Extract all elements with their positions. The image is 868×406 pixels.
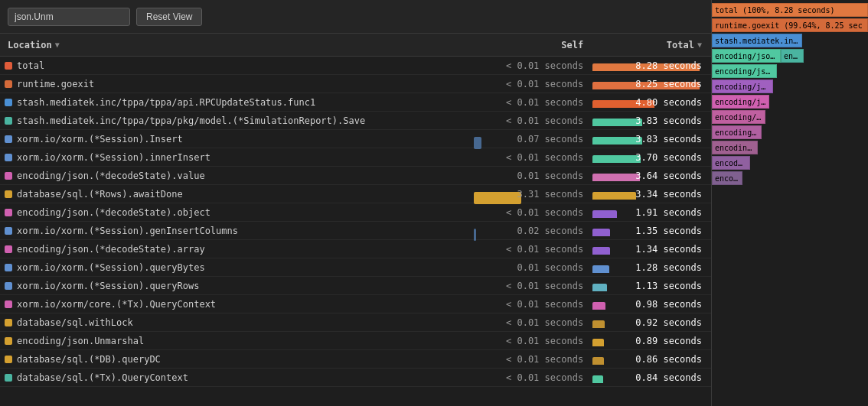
table-row[interactable]: xorm.io/xorm/core.(*Tx).QueryContext< 0.… [0, 295, 711, 313]
table-row[interactable]: database/sql.withLock< 0.01 seconds0.92 … [0, 313, 711, 332]
header-total[interactable]: Total ▼ [592, 40, 711, 50]
total-bar [592, 192, 636, 200]
left-panel: Reset View Location ▼ Self Total ▼ total… [0, 0, 712, 406]
table-row[interactable]: stash.mediatek.inc/tppa/tppa/pkg/model.(… [0, 112, 711, 130]
cell-self: < 0.01 seconds [474, 336, 592, 346]
cell-self: < 0.01 seconds [474, 299, 592, 310]
flame-block[interactable]: encoding/json.(*deco [712, 64, 777, 78]
table-row[interactable]: database/sql.(*DB).queryDC< 0.01 seconds… [0, 350, 711, 369]
cell-location: stash.mediatek.inc/tppa/tppa/pkg/model.(… [0, 115, 474, 126]
table-row[interactable]: runtime.goexit< 0.01 seconds8.25 seconds [0, 75, 711, 93]
table-row[interactable]: xorm.io/xorm.(*Session).Insert0.07 secon… [0, 130, 711, 148]
table-row[interactable]: xorm.io/xorm.(*Session).queryRows< 0.01 … [0, 277, 711, 295]
cell-self: 0.01 seconds [474, 262, 592, 273]
location-text: encoding/json.(*decodeState).array [17, 244, 205, 255]
flame-block[interactable]: stash.mediatek.inc/tppa/tppa/api.R [712, 34, 802, 47]
total-value: 0.84 seconds [635, 372, 702, 383]
table-row[interactable]: xorm.io/xorm.(*Session).queryBytes0.01 s… [0, 258, 711, 277]
location-text: database/sql.withLock [17, 317, 133, 328]
cell-self: < 0.01 seconds [474, 244, 592, 255]
table-header: Location ▼ Self Total ▼ [0, 34, 711, 57]
flame-block[interactable]: encoding/json.(*deco encodi xorm. [781, 49, 804, 63]
table-row[interactable]: stash.mediatek.inc/tppa/tppa/api.RPCUpda… [0, 93, 711, 112]
table-row[interactable]: encoding/json.(*decodeState).value0.01 s… [0, 167, 711, 185]
flame-block[interactable]: encoding/json.(*deco [712, 125, 762, 139]
self-value: < 0.01 seconds [506, 299, 583, 310]
row-color-dot [5, 154, 12, 161]
row-color-dot [5, 190, 12, 198]
cell-total: 3.70 seconds [592, 152, 711, 163]
total-value: 0.98 seconds [635, 299, 702, 310]
cell-location: encoding/json.(*decodeState).value [0, 171, 474, 181]
flame-block[interactable]: runtime.goexit (99.64%, 8.25 sec [712, 18, 868, 32]
location-text: xorm.io/xorm.(*Session).queryRows [17, 281, 199, 291]
table-row[interactable]: database/sql.(*Rows).awaitDone3.31 secon… [0, 185, 711, 203]
total-value: 3.83 seconds [635, 115, 702, 126]
cell-location: xorm.io/xorm.(*Session).queryBytes [0, 262, 474, 273]
table-row[interactable]: xorm.io/xorm.(*Session).genInsertColumns… [0, 222, 711, 240]
flame-row: encoding/json.(*deco [712, 110, 868, 125]
header-location: Location ▼ [0, 40, 474, 50]
total-value: 1.91 seconds [635, 207, 702, 218]
flame-row: runtime.goexit (99.64%, 8.25 sec [712, 18, 868, 34]
flame-block[interactable]: total (100%, 8.28 seconds) [712, 3, 868, 17]
self-value: < 0.01 seconds [506, 152, 583, 163]
cell-location: database/sql.(*Tx).QueryContext [0, 372, 474, 383]
self-value: < 0.01 seconds [506, 281, 583, 291]
flame-block[interactable]: encoding/json.(*deco [712, 95, 769, 109]
flame-block-label: total (100%, 8.28 seconds) [715, 6, 835, 15]
flame-row: encoding/json.Unmarshal (10encoding/json… [712, 49, 868, 64]
header-self: Self [474, 40, 592, 50]
cell-self: < 0.01 seconds [474, 354, 592, 365]
table-row[interactable]: total< 0.01 seconds8.28 seconds [0, 57, 711, 75]
self-value: < 0.01 seconds [506, 336, 583, 346]
total-bar [592, 265, 609, 273]
cell-total: 8.25 seconds [592, 79, 711, 89]
table-row[interactable]: encoding/json.(*decodeState).array< 0.01… [0, 240, 711, 258]
location-text: stash.mediatek.inc/tppa/tppa/api.RPCUpda… [17, 97, 315, 108]
row-color-dot [5, 319, 12, 326]
location-text: xorm.io/xorm.(*Session).queryBytes [17, 262, 205, 273]
location-text: xorm.io/xorm/core.(*Tx).QueryContext [17, 299, 216, 310]
table-row[interactable]: encoding/json.(*decodeState).object< 0.0… [0, 203, 711, 222]
total-bar [592, 210, 617, 218]
row-color-dot [5, 62, 12, 70]
flame-block[interactable]: encoding/json.(*deco [712, 110, 765, 124]
toolbar: Reset View [0, 0, 711, 34]
location-text: database/sql.(*DB).queryDC [17, 354, 161, 365]
total-bar [592, 284, 607, 291]
cell-total: 4.80 seconds [592, 97, 711, 108]
row-color-dot [5, 117, 12, 125]
total-value: 1.28 seconds [635, 262, 702, 273]
flame-block-label: encoding/json.(*deco [715, 83, 770, 91]
flame-row: encoding/json.(*de [712, 141, 868, 156]
location-sort-icon[interactable]: ▼ [55, 41, 60, 49]
flame-block[interactable]: encoding/js [712, 156, 750, 170]
self-value: < 0.01 seconds [506, 354, 583, 365]
search-input[interactable] [8, 8, 130, 26]
right-panel: total (100%, 8.28 seconds)runtime.goexit… [712, 0, 868, 406]
flame-block[interactable]: encoding/ [712, 171, 742, 185]
flame-block[interactable]: encoding/json.Unmarshal (10 [712, 49, 781, 63]
table-row[interactable]: database/sql.(*Tx).QueryContext< 0.01 se… [0, 369, 711, 387]
self-value: < 0.01 seconds [506, 244, 583, 255]
total-value: 1.13 seconds [635, 281, 702, 291]
flame-block[interactable]: encoding/json.(*deco [712, 80, 773, 93]
total-bar [592, 357, 604, 365]
table-row[interactable]: xorm.io/xorm.(*Session).innerInsert< 0.0… [0, 148, 711, 167]
flame-block-label: encoding/json.(*deco [715, 67, 774, 76]
total-value: 8.28 seconds [635, 60, 702, 71]
flame-block[interactable]: encoding/json.(*de [712, 141, 758, 154]
total-sort-icon[interactable]: ▼ [697, 41, 702, 49]
row-color-dot [5, 300, 12, 308]
total-value: 4.80 seconds [635, 97, 702, 108]
row-color-dot [5, 374, 12, 382]
table-row[interactable]: encoding/json.Unmarshal< 0.01 seconds0.8… [0, 332, 711, 350]
flame-block-label: encoding/json.(*deco [715, 98, 766, 106]
cell-location: encoding/json.(*decodeState).object [0, 207, 474, 218]
total-bar [592, 174, 640, 181]
flame-block-label: encoding/json.(*deco encodi xorm. [784, 52, 801, 60]
reset-view-button[interactable]: Reset View [136, 8, 202, 26]
cell-total: 3.34 seconds [592, 189, 711, 200]
total-bar [592, 247, 610, 255]
